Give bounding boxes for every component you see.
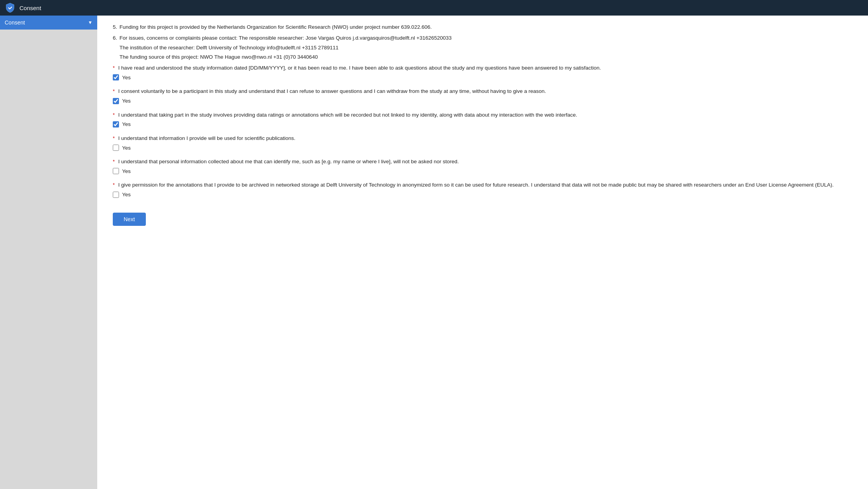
consent-question-5-checkbox-row: Yes [113,168,852,174]
app-header: Consent [0,0,868,16]
shield-icon [5,2,16,13]
consent-checkbox-4[interactable] [113,145,119,151]
consent-question-3-checkbox-row: Yes [113,121,852,127]
consent-question-1-text: * I have read and understood the study i… [113,64,852,72]
app-title: Consent [19,5,41,11]
sidebar-dropdown[interactable]: Consent ▼ [0,16,97,30]
consent-checkbox-5-label: Yes [122,168,131,174]
consent-question-4: * I understand that information I provid… [113,134,852,151]
list-item-6-number: 6. [113,34,117,61]
consent-question-3-text: * I understand that taking part in the s… [113,111,852,119]
consent-checkbox-3-label: Yes [122,121,131,127]
consent-checkbox-1[interactable] [113,74,119,80]
required-star-3: * [113,111,115,119]
consent-question-6: * I give permission for the annotations … [113,181,852,197]
list-item-6-subtext-1: The institution of the researcher: Delft… [119,44,452,52]
list-item-5-number: 5. [113,23,117,31]
list-item-6-subtext-2: The funding source of this project: NWO … [119,53,452,61]
consent-checkbox-6-label: Yes [122,192,131,197]
list-item-5-text: Funding for this project is provided by … [119,23,432,31]
consent-checkbox-1-label: Yes [122,75,131,80]
consent-question-5: * I understand that personal information… [113,158,852,174]
consent-question-6-checkbox-row: Yes [113,192,852,198]
consent-question-6-text: * I give permission for the annotations … [113,181,852,189]
required-star-2: * [113,87,115,95]
consent-question-3: * I understand that taking part in the s… [113,111,852,127]
sidebar: Consent ▼ [0,16,97,489]
chevron-down-icon: ▼ [88,20,93,25]
consent-question-2: * I consent voluntarily to be a particip… [113,87,852,104]
consent-question-2-checkbox-row: Yes [113,98,852,104]
consent-checkbox-3[interactable] [113,121,119,127]
list-item-6-text: For issues, concerns or complaints pleas… [119,35,452,41]
sidebar-dropdown-label: Consent [5,19,25,26]
consent-checkbox-4-label: Yes [122,145,131,151]
consent-checkbox-6[interactable] [113,192,119,198]
consent-checkbox-5[interactable] [113,168,119,174]
required-star-5: * [113,158,115,166]
list-item-5: 5. Funding for this project is provided … [113,23,852,31]
content-area: 5. Funding for this project is provided … [97,16,868,489]
consent-checkbox-2-label: Yes [122,98,131,104]
required-star-1: * [113,64,115,72]
consent-question-4-checkbox-row: Yes [113,145,852,151]
consent-question-4-text: * I understand that information I provid… [113,134,852,142]
consent-question-5-text: * I understand that personal information… [113,158,852,166]
next-button[interactable]: Next [113,213,146,226]
consent-question-1-checkbox-row: Yes [113,74,852,80]
required-star-6: * [113,181,115,189]
consent-question-1: * I have read and understood the study i… [113,64,852,80]
list-item-6: 6. For issues, concerns or complaints pl… [113,34,852,61]
list-item-6-content: For issues, concerns or complaints pleas… [119,34,452,61]
consent-question-2-text: * I consent voluntarily to be a particip… [113,87,852,95]
required-star-4: * [113,134,115,142]
consent-checkbox-2[interactable] [113,98,119,104]
